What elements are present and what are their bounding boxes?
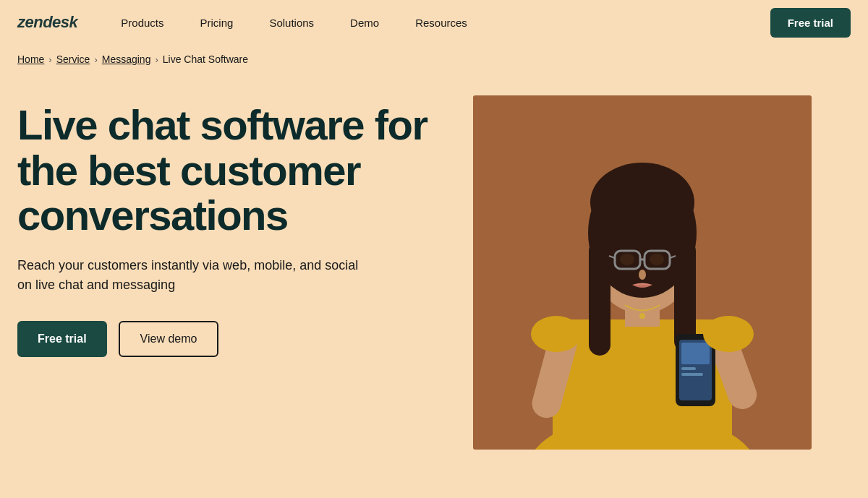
breadcrumb-service[interactable]: Service [56,53,90,65]
svg-point-8 [590,163,694,242]
svg-rect-21 [681,343,710,364]
nav-resources[interactable]: Resources [415,17,467,29]
hero-section: Live chat software for the best customer… [0,74,868,450]
nav-pricing[interactable]: Pricing [200,17,234,29]
nav-products[interactable]: Products [121,17,163,29]
hero-view-demo-button[interactable]: View demo [119,321,219,357]
svg-point-16 [639,270,646,280]
svg-rect-6 [589,240,610,356]
svg-point-26 [703,316,754,352]
breadcrumb-current: Live Chat Software [163,53,248,65]
breadcrumb: Home › Service › Messaging › Live Chat S… [0,45,868,74]
hero-subtitle: Reach your customers instantly via web, … [17,256,365,295]
svg-point-15 [650,254,664,265]
hero-content: Live chat software for the best customer… [17,95,444,357]
hero-buttons: Free trial View demo [17,321,444,357]
nav-links: Products Pricing Solutions Demo Resource… [121,17,770,29]
logo[interactable]: zendesk [17,13,77,32]
hero-title: Live chat software for the best customer… [17,103,444,239]
nav-demo[interactable]: Demo [350,17,379,29]
breadcrumb-home[interactable]: Home [17,53,44,65]
hero-free-trial-button[interactable]: Free trial [17,321,107,357]
breadcrumb-sep-2: › [94,54,97,65]
navbar: zendesk Products Pricing Solutions Demo … [0,0,868,45]
svg-point-25 [531,316,582,352]
nav-free-trial-button[interactable]: Free trial [770,8,851,38]
hero-image-bg [473,95,812,450]
breadcrumb-messaging[interactable]: Messaging [102,53,151,65]
svg-rect-22 [681,367,696,370]
breadcrumb-sep-1: › [48,54,51,65]
nav-solutions[interactable]: Solutions [269,17,314,29]
svg-point-24 [639,313,645,319]
svg-point-14 [620,254,634,265]
hero-image [473,95,812,450]
breadcrumb-sep-3: › [155,54,158,65]
svg-rect-23 [681,373,703,376]
hero-illustration [473,95,812,450]
